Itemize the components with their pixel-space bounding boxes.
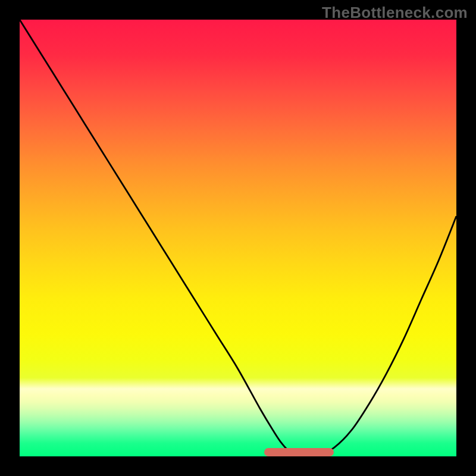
plot-area — [20, 20, 456, 456]
curve-path — [20, 20, 456, 456]
optimal-range-band — [20, 448, 456, 456]
chart-frame: TheBottleneck.com — [0, 0, 476, 476]
bottleneck-curve — [20, 20, 456, 456]
watermark-text: TheBottleneck.com — [322, 4, 468, 22]
optimal-range-segment — [264, 448, 334, 456]
